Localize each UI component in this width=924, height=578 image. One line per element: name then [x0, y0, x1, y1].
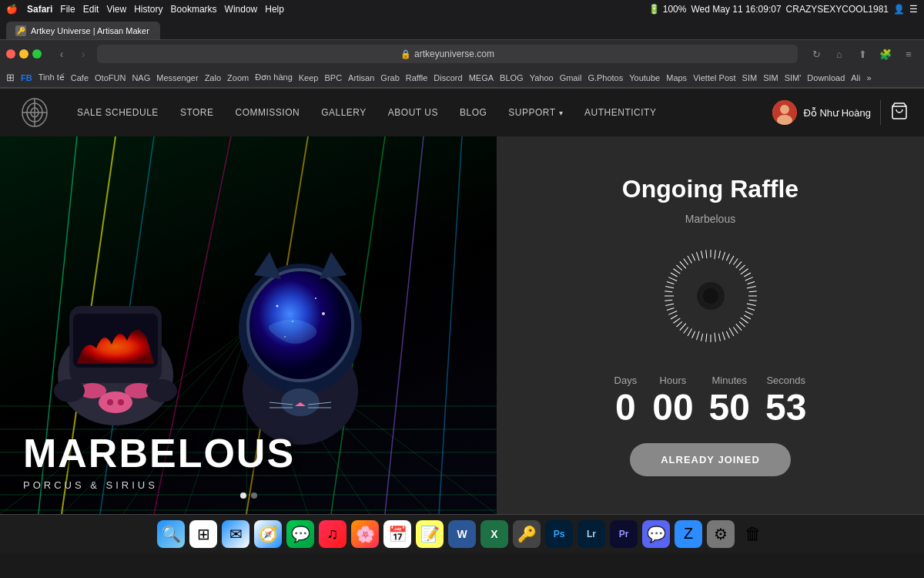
svg-line-69 — [744, 273, 751, 277]
user-avatar — [772, 100, 797, 125]
dock-launchpad[interactable]: ⊞ — [189, 520, 217, 548]
bookmark-sim1[interactable]: SIM — [742, 73, 758, 82]
menu-file[interactable]: File — [60, 4, 75, 15]
svg-line-93 — [691, 331, 695, 338]
menu-items: Safari File Edit View History Bookmarks … — [27, 4, 284, 15]
nav-gallery[interactable]: GALLERY — [310, 107, 377, 118]
dock-photoshop[interactable]: Ps — [545, 520, 573, 548]
dock-word[interactable]: W — [448, 520, 476, 548]
menu-edit[interactable]: Edit — [83, 4, 99, 15]
bookmark-gphotos[interactable]: G.Photos — [588, 73, 623, 82]
dock-music[interactable]: ♫ — [319, 520, 346, 548]
bookmark-messenger[interactable]: Messenger — [156, 73, 198, 82]
bookmark-keep[interactable]: Keep — [299, 73, 319, 82]
menu-history[interactable]: History — [134, 4, 162, 15]
menu-bookmarks[interactable]: Bookmarks — [171, 4, 217, 15]
svg-line-103 — [665, 300, 672, 301]
forward-button[interactable]: › — [74, 45, 92, 63]
bookmark-discord[interactable]: Discord — [434, 73, 462, 82]
bookmark-maps[interactable]: Maps — [666, 73, 687, 82]
home-button[interactable]: ⌂ — [830, 45, 849, 63]
dock-trash[interactable]: 🗑 — [739, 520, 767, 548]
dock-messages[interactable]: 💬 — [286, 520, 314, 548]
dock-excel[interactable]: X — [480, 520, 508, 548]
user-avatar-icon: 👤 — [893, 4, 905, 15]
menu-help[interactable]: Help — [265, 4, 284, 15]
dock-system-prefs[interactable]: ⚙ — [707, 520, 735, 548]
hero-subtitle: PORCUS & SIRIUS — [23, 479, 295, 491]
slide-dot-2[interactable] — [251, 492, 257, 499]
sidebar-toggle[interactable]: ≡ — [899, 45, 918, 63]
svg-line-60 — [715, 250, 715, 259]
extensions-button[interactable]: 🧩 — [876, 45, 895, 63]
bookmark-viettelpost[interactable]: Viettel Post — [693, 73, 735, 82]
tab-title: Artkey Universe | Artisan Maker — [31, 26, 149, 35]
cart-button[interactable] — [890, 102, 909, 124]
back-button[interactable]: ‹ — [52, 45, 71, 63]
menu-safari[interactable]: Safari — [27, 4, 52, 15]
svg-line-78 — [745, 311, 752, 314]
bookmark-fb[interactable]: FB — [21, 73, 32, 82]
minimize-button[interactable] — [19, 49, 28, 59]
dock-finder[interactable]: 🔍 — [157, 520, 185, 548]
bookmark-otofun[interactable]: OtoFUN — [95, 73, 126, 82]
bookmark-nag[interactable]: NAG — [132, 73, 150, 82]
bookmark-youtube[interactable]: Youtube — [629, 73, 660, 82]
bookmark-download[interactable]: Download — [807, 73, 845, 82]
site-logo[interactable] — [15, 93, 54, 132]
dock-zoom[interactable]: Z — [675, 520, 702, 548]
bookmark-mega[interactable]: MEGA — [469, 73, 494, 82]
dock-discord[interactable]: 💬 — [642, 520, 670, 548]
bookmark-bpc[interactable]: BPC — [324, 73, 342, 82]
nav-sale-schedule[interactable]: SALE SCHEDULE — [66, 107, 169, 118]
bookmark-zalo[interactable]: Zalo — [205, 73, 221, 82]
bookmark-tinhtế[interactable]: Tinh tế — [38, 72, 65, 82]
raffle-title: Ongoing Raffle — [622, 175, 798, 203]
bookmark-yahoo[interactable]: Yahoo — [530, 73, 554, 82]
bookmark-raffle[interactable]: Raffle — [406, 73, 428, 82]
bookmark-donhang[interactable]: Đơn hàng — [255, 72, 293, 82]
bookmarks-grid-icon[interactable]: ⊞ — [6, 72, 15, 83]
user-area[interactable]: Đỗ Như Hoàng — [772, 100, 871, 125]
bookmark-gmail[interactable]: Gmail — [560, 73, 582, 82]
already-joined-button[interactable]: ALREADY JOINED — [630, 443, 791, 476]
active-tab[interactable]: 🔑 Artkey Universe | Artisan Maker — [6, 22, 160, 39]
bookmark-blog[interactable]: BLOG — [500, 73, 524, 82]
bookmark-sim2[interactable]: SIM — [763, 73, 778, 82]
nav-support[interactable]: SUPPORT ▾ — [497, 107, 574, 118]
slide-dot-1[interactable] — [240, 492, 246, 499]
dock-calendar[interactable]: 📅 — [383, 520, 411, 548]
dock-safari[interactable]: 🧭 — [254, 520, 282, 548]
nav-authenticity[interactable]: AUTHENTICITY — [574, 107, 667, 118]
bookmark-more[interactable]: » — [867, 73, 872, 82]
dock-photos[interactable]: 🌸 — [351, 520, 379, 548]
dock-key[interactable]: 🔑 — [513, 520, 541, 548]
dock-premiere[interactable]: Pr — [610, 520, 638, 548]
dock-mail[interactable]: ✉ — [222, 520, 249, 548]
nav-about-us[interactable]: ABOUT US — [377, 107, 449, 118]
bookmark-cafe[interactable]: Cafe — [71, 73, 89, 82]
bookmark-artisan[interactable]: Artisan — [348, 73, 374, 82]
dock-notes[interactable]: 📝 — [416, 520, 444, 548]
svg-line-64 — [729, 256, 734, 264]
share-button[interactable]: ⬆ — [853, 45, 872, 63]
bookmark-ali[interactable]: Ali — [851, 73, 860, 82]
close-button[interactable] — [6, 49, 15, 59]
apple-menu[interactable]: 🍎 — [6, 4, 18, 15]
nav-commission[interactable]: COMMISSION — [225, 107, 311, 118]
address-bar[interactable]: 🔒 artkeyuniverse.com — [97, 45, 798, 63]
menu-view[interactable]: View — [106, 4, 126, 15]
days-value: 0 — [615, 389, 636, 426]
bookmark-grab[interactable]: Grab — [380, 73, 399, 82]
dock-lightroom[interactable]: Lr — [578, 520, 605, 548]
hero-title: MARBELOUS — [23, 433, 295, 473]
nav-blog[interactable]: BLOG — [449, 107, 497, 118]
reload-button[interactable]: ↻ — [807, 45, 825, 63]
menu-window[interactable]: Window — [225, 4, 258, 15]
svg-line-115 — [691, 254, 695, 260]
fullscreen-button[interactable] — [32, 49, 42, 59]
nav-store[interactable]: STORE — [169, 107, 225, 118]
bookmark-zoom[interactable]: Zoom — [227, 73, 249, 82]
svg-line-86 — [722, 331, 725, 339]
bookmark-sim3[interactable]: SIM' — [785, 73, 802, 82]
